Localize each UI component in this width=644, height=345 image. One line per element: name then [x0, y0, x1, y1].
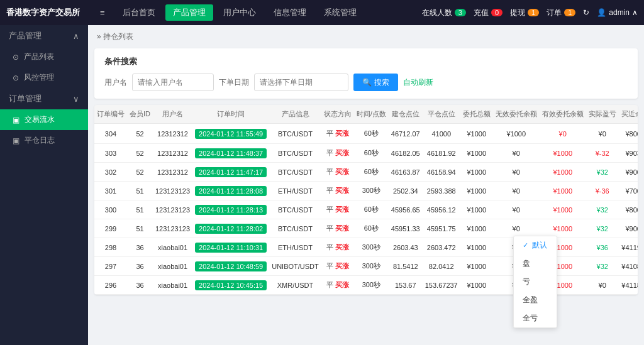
cell-member-id: 51 — [127, 200, 153, 219]
cell-order-id: 302 — [94, 163, 127, 182]
cell-type-dir: 平 买涨 — [321, 238, 354, 257]
cell-valid: ¥1000 — [540, 200, 586, 219]
col-entrust: 委托总额 — [460, 105, 493, 124]
dropdown-item-kui[interactable]: 亏 — [514, 273, 557, 291]
cell-open: 2603.43 — [389, 238, 423, 257]
cell-member-id: 52 — [127, 163, 153, 182]
cell-close: 41000 — [423, 124, 460, 144]
withdraw-badge: 提现 1 — [510, 8, 539, 18]
table-row: 300 51 123123123 2024-01-12 11:28:13 BTC… — [94, 200, 638, 219]
auto-refresh-link[interactable]: 自动刷新 — [403, 77, 433, 88]
search-title: 条件搜索 — [104, 56, 628, 67]
cell-close: 45956.12 — [423, 200, 460, 219]
col-open: 建仓点位 — [389, 105, 423, 124]
close-log-icon: ▣ — [13, 136, 19, 145]
nav-info[interactable]: 信息管理 — [266, 4, 314, 21]
cell-buy-remain: ¥410864 — [619, 257, 638, 276]
trade-flow-icon: ▣ — [13, 116, 19, 124]
cell-entrust: ¥1000 — [460, 163, 493, 182]
dropdown-item-full-loss[interactable]: 全亏 — [514, 309, 557, 327]
cell-username: 123123123 — [153, 182, 192, 200]
cell-username: xiaobai01 — [153, 238, 192, 257]
cell-time: 2024-01-12 10:48:59 — [192, 257, 269, 276]
cell-order-id: 297 — [94, 257, 127, 276]
admin-menu[interactable]: 👤 admin ∧ — [597, 8, 638, 17]
cell-invalid: ¥0 — [493, 144, 540, 163]
cell-close: 153.67237 — [423, 276, 460, 295]
dropdown-item-full-win[interactable]: 全盈 — [514, 291, 557, 309]
table-row: 304 52 12312312 2024-01-12 11:55:49 BTC/… — [94, 124, 638, 144]
cell-buy-remain: ¥9000 — [619, 219, 638, 238]
cell-close: 82.0412 — [423, 257, 460, 276]
cell-pnl: ¥-36 — [586, 182, 619, 200]
col-close: 平仓点位 — [423, 105, 460, 124]
cell-period: 300秒 — [354, 276, 389, 295]
sidebar-item-trade-flow[interactable]: ▣ 交易流水 — [0, 109, 88, 130]
cell-open: 153.67 — [389, 276, 423, 295]
sidebar-item-product-list[interactable]: ⊙ 产品列表 — [0, 47, 88, 67]
dropdown-item-pan[interactable]: 盘 — [514, 255, 557, 273]
col-valid: 有效委托余额 — [540, 105, 586, 124]
cell-open: 45956.65 — [389, 200, 423, 219]
sidebar-item-close-log[interactable]: ▣ 平仓日志 — [0, 130, 88, 151]
cell-time: 2024-01-12 10:45:15 — [192, 276, 269, 295]
cell-pnl: ¥32 — [586, 200, 619, 219]
cell-pnl: ¥0 — [586, 124, 619, 144]
nav-product[interactable]: 产品管理 — [165, 4, 213, 21]
col-order-id: 订单编号 — [94, 105, 127, 124]
cell-pnl: ¥32 — [586, 257, 619, 276]
cell-member-id: 51 — [127, 219, 153, 238]
logo: 香港数字资产交易所 — [6, 7, 80, 18]
sidebar-item-risk-mgmt[interactable]: ⊙ 风控管理 — [0, 67, 88, 88]
online-badge: 在线人数 3 — [422, 8, 466, 18]
col-pnl: 实际盈亏 — [586, 105, 619, 124]
cell-valid: ¥1000 — [540, 163, 586, 182]
cell-username: 123123123 — [153, 200, 192, 219]
username-input[interactable] — [132, 74, 214, 91]
dropdown-item-default[interactable]: ✓ 默认 — [514, 236, 557, 255]
cell-product: XMR/USDT — [269, 276, 321, 295]
cell-period: 300秒 — [354, 238, 389, 257]
sidebar: 产品管理 ∧ ⊙ 产品列表 ⊙ 风控管理 订单管理 ∨ ▣ 交易流水 ▣ 平仓日… — [0, 25, 88, 345]
cell-order-id: 300 — [94, 200, 127, 219]
cell-time: 2024-01-12 11:55:49 — [192, 124, 269, 144]
nav-home[interactable]: 后台首页 — [115, 4, 163, 21]
cell-member-id: 52 — [127, 124, 153, 144]
table-row: 301 51 123123123 2024-01-12 11:28:08 ETH… — [94, 182, 638, 200]
cell-buy-remain: ¥8000 — [619, 124, 638, 144]
cell-order-id: 301 — [94, 182, 127, 200]
cell-member-id: 51 — [127, 182, 153, 200]
cell-open: 46163.87 — [389, 163, 423, 182]
cell-open: 81.5412 — [389, 257, 423, 276]
cell-product: BTC/USDT — [269, 219, 321, 238]
nav-items: ≡ 后台首页 产品管理 用户中心 信息管理 系统管理 — [92, 4, 422, 21]
cell-buy-remain: ¥9032 — [619, 144, 638, 163]
search-button[interactable]: 🔍 搜索 — [353, 74, 398, 91]
sidebar-order-mgmt[interactable]: 订单管理 ∨ — [0, 88, 88, 109]
cell-invalid: ¥0 — [493, 182, 540, 200]
cell-member-id: 36 — [127, 238, 153, 257]
sidebar-product-mgmt[interactable]: 产品管理 ∧ — [0, 25, 88, 47]
cell-product: UNIBOT/USDT — [269, 257, 321, 276]
cell-close: 46181.92 — [423, 144, 460, 163]
cell-period: 60秒 — [354, 219, 389, 238]
table-row: 299 51 123123123 2024-01-12 11:28:02 BTC… — [94, 219, 638, 238]
cell-order-id: 303 — [94, 144, 127, 163]
cell-buy-remain: ¥8000 — [619, 200, 638, 219]
cell-type-dir: 平 买涨 — [321, 257, 354, 276]
col-username: 用户名 — [153, 105, 192, 124]
nav-menu[interactable]: ≡ — [92, 6, 113, 20]
nav-user[interactable]: 用户中心 — [216, 4, 264, 21]
col-member-id: 会员ID — [127, 105, 153, 124]
cell-open: 45951.33 — [389, 219, 423, 238]
nav-system[interactable]: 系统管理 — [316, 4, 364, 21]
refresh-icon[interactable]: ↻ — [583, 8, 589, 17]
cell-pnl: ¥36 — [586, 238, 619, 257]
cell-pnl: ¥-32 — [586, 144, 619, 163]
cell-member-id: 52 — [127, 144, 153, 163]
cell-open: 46182.05 — [389, 144, 423, 163]
cell-type-dir: 平 买涨 — [321, 182, 354, 200]
cell-close: 2593.388 — [423, 182, 460, 200]
username-label: 用户名 — [104, 77, 127, 88]
date-input[interactable] — [254, 74, 348, 91]
